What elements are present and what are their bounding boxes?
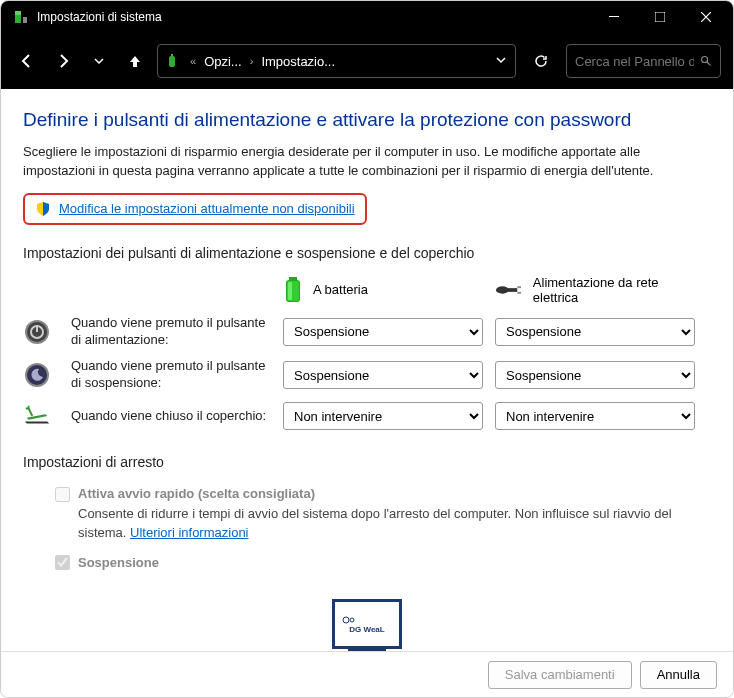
admin-change-link[interactable]: Modifica le impostazioni attualmente non…: [59, 201, 355, 216]
svg-rect-8: [171, 54, 173, 56]
svg-line-10: [707, 62, 711, 66]
search-box[interactable]: [566, 44, 721, 78]
more-info-link[interactable]: Ulteriori informazioni: [130, 525, 248, 540]
page-description: Scegliere le impostazioni di risparmio e…: [23, 143, 711, 181]
cancel-button[interactable]: Annulla: [640, 661, 717, 689]
forward-button[interactable]: [49, 47, 77, 75]
breadcrumb-item-2[interactable]: Impostazio...: [261, 54, 335, 69]
svg-rect-2: [23, 17, 27, 23]
power-button-label: Quando viene premuto il pulsante di alim…: [71, 315, 271, 349]
back-button[interactable]: [13, 47, 41, 75]
svg-point-9: [701, 56, 707, 62]
minimize-button[interactable]: [591, 1, 637, 33]
plug-icon: [495, 281, 523, 299]
svg-point-26: [350, 618, 354, 622]
history-dropdown[interactable]: [85, 47, 113, 75]
chevron-right-icon: ›: [250, 55, 254, 67]
lid-battery-select[interactable]: Non intervenire: [283, 402, 483, 430]
power-plan-icon: [166, 53, 182, 69]
search-icon: [700, 54, 712, 68]
sleep-option: Sospensione: [55, 553, 711, 573]
refresh-button[interactable]: [524, 44, 558, 78]
shutdown-section-title: Impostazioni di arresto: [23, 454, 711, 470]
breadcrumb-item-1[interactable]: Opzi...: [204, 54, 242, 69]
power-button-ac-select[interactable]: Sospensione: [495, 318, 695, 346]
footer: Salva cambiamenti Annulla: [1, 651, 733, 697]
page-heading: Definire i pulsanti di alimentazione e a…: [23, 109, 711, 131]
svg-rect-1: [15, 11, 21, 15]
ac-column-header: Alimentazione da rete elettrica: [495, 275, 695, 305]
window-title: Impostazioni di sistema: [37, 10, 591, 24]
power-section-title: Impostazioni dei pulsanti di alimentazio…: [23, 245, 711, 261]
gear-icon: [341, 615, 357, 625]
content-area: Definire i pulsanti di alimentazione e a…: [1, 89, 733, 651]
svg-rect-14: [288, 282, 292, 300]
svg-rect-7: [169, 56, 175, 67]
svg-rect-0: [15, 15, 21, 23]
maximize-button[interactable]: [637, 1, 683, 33]
battery-icon: [283, 275, 303, 305]
svg-rect-4: [655, 12, 665, 22]
fast-startup-option: Attiva avvio rapido (scelta consigliata)…: [55, 484, 711, 543]
power-button-battery-select[interactable]: Sospensione: [283, 318, 483, 346]
app-icon: [13, 9, 29, 25]
battery-column-header: A batteria: [283, 275, 483, 305]
shutdown-section: Impostazioni di arresto Attiva avvio rap…: [23, 454, 711, 572]
up-button[interactable]: [121, 47, 149, 75]
fast-startup-title: Attiva avvio rapido (scelta consigliata): [78, 484, 315, 504]
sleep-checkbox[interactable]: [55, 555, 70, 570]
sleep-button-label: Quando viene premuto il pulsante di sosp…: [71, 358, 271, 392]
svg-rect-3: [609, 16, 619, 17]
svg-point-15: [496, 286, 509, 293]
sleep-button-battery-select[interactable]: Sospensione: [283, 361, 483, 389]
titlebar: Impostazioni di sistema: [1, 1, 733, 33]
save-button[interactable]: Salva cambiamenti: [488, 661, 632, 689]
fast-startup-checkbox[interactable]: [55, 487, 70, 502]
svg-rect-18: [517, 292, 521, 294]
breadcrumb[interactable]: « Opzi... › Impostazio...: [157, 44, 516, 78]
sleep-option-title: Sospensione: [78, 553, 159, 573]
search-input[interactable]: [575, 54, 694, 69]
lid-close-label: Quando viene chiuso il coperchio:: [71, 408, 271, 425]
breadcrumb-dropdown[interactable]: [495, 54, 507, 68]
svg-point-25: [343, 617, 349, 623]
navbar: « Opzi... › Impostazio...: [1, 33, 733, 89]
svg-rect-16: [508, 288, 517, 292]
watermark-logo: DG WeaL: [332, 599, 402, 649]
power-settings-grid: A batteria Alimentazione da rete elettri…: [23, 275, 711, 431]
sleep-button-ac-select[interactable]: Sospensione: [495, 361, 695, 389]
lid-close-icon: [23, 402, 51, 430]
shield-icon: [35, 201, 51, 217]
svg-rect-17: [517, 286, 521, 288]
sleep-button-icon: [23, 361, 51, 389]
svg-rect-11: [289, 277, 297, 280]
breadcrumb-prefix: «: [190, 55, 196, 67]
power-button-icon: [23, 318, 51, 346]
admin-link-box: Modifica le impostazioni attualmente non…: [23, 193, 367, 225]
lid-ac-select[interactable]: Non intervenire: [495, 402, 695, 430]
close-button[interactable]: [683, 1, 729, 33]
